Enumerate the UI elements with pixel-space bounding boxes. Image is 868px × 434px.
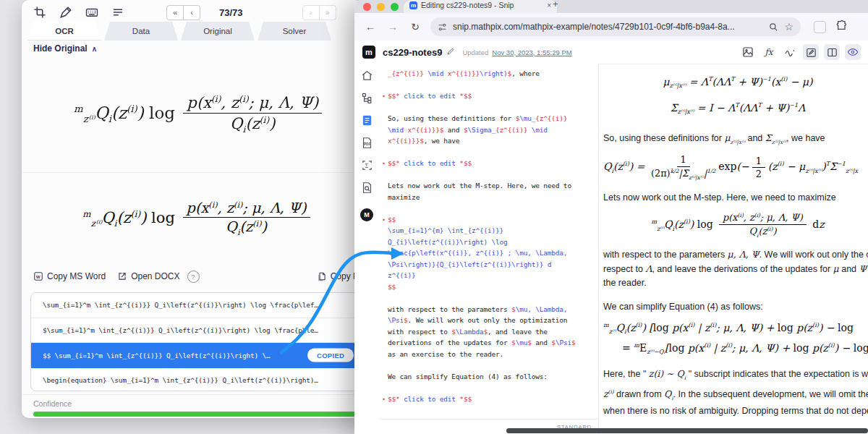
side-panel-icon[interactable]	[814, 21, 826, 33]
chrome-window: m Editing cs229-notes9 - Snip × + ← → ↻ …	[354, 0, 868, 434]
minimize-window-button[interactable]	[377, 3, 385, 11]
header-actions: ƒx	[740, 44, 861, 60]
pdf-icon[interactable]: PDF	[361, 137, 373, 149]
rename-icon[interactable]	[446, 46, 455, 59]
horizontal-scrollbar[interactable]	[506, 428, 868, 433]
latex-row[interactable]: $$ \sum_{i=1}^m \int_{z^{(i)}} Q_i\left(…	[31, 343, 358, 368]
preview-equation-simplify: mz⁽ⁱ⁾Qi(z(i)) [log p(x(i) | z(i); μ, Λ, …	[603, 321, 868, 355]
chevron-up-icon: ∧	[92, 45, 97, 53]
tab-data[interactable]: Data	[104, 22, 178, 41]
latex-row[interactable]: \sum_{i=1}^m \int_{z^{(i)}} Q_i\left(z^{…	[31, 293, 358, 318]
mathpix-snip-desktop-window: « ‹ 73/73 › » OCR Data Original Solver H…	[22, 0, 362, 418]
url-text: snip.mathpix.com/mathpix-example/notes/4…	[453, 22, 769, 32]
first-page-button[interactable]: «	[166, 5, 184, 20]
confidence-section: Confidence	[22, 394, 362, 417]
rendered-preview-pane: μz⁽ⁱ⁾|x⁽ⁱ⁾ = ΛT(ΛΛT + Ψ)−1(x(i) − μ) Σz⁽…	[599, 64, 868, 434]
extensions-icon[interactable]	[836, 20, 848, 34]
scribble-icon[interactable]	[782, 44, 798, 60]
browser-tab[interactable]: m Editing cs229-notes9 - Snip ×	[404, 0, 557, 13]
image-icon[interactable]	[740, 44, 756, 60]
snip-sigma-icon[interactable]: Σ	[361, 159, 373, 171]
word-doc-icon: W	[33, 271, 43, 281]
preview-equation-mu-sigma: μz⁽ⁱ⁾|x⁽ⁱ⁾ = ΛT(ΛΛT + Ψ)−1(x(i) − μ) Σz⁽…	[603, 69, 868, 122]
snip-document-header: m cs229-notes9 Updated Nov 30, 2023, 1:5…	[354, 41, 868, 64]
zoom-window-button[interactable]	[391, 3, 399, 11]
mathpix-favicon: m	[409, 1, 417, 9]
close-tab-icon[interactable]: ×	[547, 1, 551, 9]
preview-paragraph: Lets now work out the M-step. Here, we n…	[603, 191, 868, 205]
app-toolbar: « ‹ 73/73 › »	[22, 3, 362, 22]
preview-equation-qi: Qi(z(i)) = 1(2π)k/2|Σz⁽ⁱ⁾|x⁽ⁱ⁾|1/2exp(−1…	[603, 154, 868, 181]
screenshot-crop-icon[interactable]	[32, 4, 48, 20]
svg-text:Σ: Σ	[365, 163, 368, 169]
home-icon[interactable]	[361, 69, 373, 82]
address-bar[interactable]: snip.mathpix.com/mathpix-example/notes/4…	[430, 17, 801, 36]
latex-row[interactable]: \begin{equation} \sum_{i=1}^m \int_{z^{(…	[31, 368, 358, 391]
hide-original-toggle[interactable]: Hide Original ∧	[33, 43, 97, 54]
rendered-formula: mz⁽ⁱ⁾Qi(z(i)) log p(x(i), z(i); μ, Λ, Ψ)…	[82, 200, 313, 237]
svg-text:PDF: PDF	[364, 142, 370, 146]
sidebar-rail: PDF Σ M	[354, 64, 379, 434]
preview-eye-icon[interactable]	[845, 44, 861, 60]
tree-icon[interactable]	[361, 92, 373, 104]
reload-button[interactable]: ↻	[409, 21, 422, 33]
preview-paragraph: We can simplify Equation (4) as follows:	[603, 300, 868, 314]
tab-original[interactable]: Original	[181, 22, 255, 41]
forward-button[interactable]: →	[386, 21, 399, 33]
result-tabs: OCR Data Original Solver	[27, 22, 334, 41]
export-actions-row: W Copy MS Word Open DOCX ? Copy PNG	[22, 266, 362, 286]
doc-search-icon[interactable]	[361, 182, 373, 194]
browser-toolbar: ← → ↻ snip.mathpix.com/mathpix-example/n…	[354, 13, 868, 41]
latex-row[interactable]: $\sum_{i=1}^m \int_{z^{(i)}} Q_i\left(z^…	[31, 318, 358, 344]
split-view-icon[interactable]	[824, 44, 840, 60]
next-page-button[interactable]: ›	[302, 5, 320, 20]
pen-icon[interactable]	[58, 4, 74, 20]
original-image-panel: mz⁽ⁱ⁾Qi(z(i)) log p(x(i), z(i); μ, Λ, Ψ)…	[22, 58, 362, 171]
tab-solver[interactable]: Solver	[258, 22, 331, 41]
copy-page-icon	[317, 271, 327, 281]
browser-tab-strip: m Editing cs229-notes9 - Snip × +	[354, 0, 868, 13]
page-nav-forward-group: › »	[302, 5, 336, 20]
markdown-editor-pane[interactable]: _{z^{(i)} \mid x^{(i)}}\right)$, where▸$…	[379, 64, 598, 434]
open-docx-button[interactable]: Open DOCX	[117, 271, 179, 281]
keyboard-icon[interactable]	[84, 4, 100, 20]
editor-lines: _{z^{(i)} \mid x^{(i)}}\right)$, where▸$…	[380, 68, 597, 404]
last-page-button[interactable]: »	[320, 5, 336, 20]
window-controls	[363, 3, 399, 11]
copied-badge: COPIED	[307, 349, 354, 362]
site-settings-icon	[438, 22, 447, 32]
copy-ms-word-button[interactable]: W Copy MS Word	[33, 271, 106, 281]
updated-date-link[interactable]: Nov 30, 2023, 1:55:29 PM	[492, 48, 571, 56]
new-tab-button[interactable]: +	[553, 0, 558, 9]
document-title: cs229-notes9	[383, 47, 442, 58]
fx-icon[interactable]: ƒx	[761, 44, 777, 60]
confidence-label: Confidence	[33, 399, 362, 408]
prev-page-button[interactable]: ‹	[184, 5, 200, 20]
back-button[interactable]: ←	[364, 21, 377, 33]
rendered-preview-panel: mz⁽ⁱ⁾Qi(z(i)) log p(x(i), z(i); μ, Λ, Ψ)…	[22, 172, 362, 264]
page-counter: 73/73	[219, 7, 243, 18]
preview-paragraph: with respect to the parameters μ, Λ, Ψ. …	[603, 247, 868, 290]
svg-text:W: W	[36, 275, 41, 279]
tab-ocr[interactable]: OCR	[27, 22, 101, 41]
preview-paragraph: So, using these definitions for μz⁽ⁱ⁾|x⁽…	[603, 131, 868, 149]
mathpix-logo[interactable]: m	[362, 46, 375, 59]
tab-title: Editing cs229-notes9 - Snip	[421, 1, 542, 9]
close-window-button[interactable]	[363, 3, 371, 11]
preview-paragraph: Here, the " z(i) ∼ Qi " subscript indica…	[603, 367, 868, 418]
preview-equation-sum-int: mz⁽ⁱ⁾Qi(z(i)) log p(x(i), z(i); μ, Λ, Ψ)…	[603, 212, 868, 239]
original-formula: mz⁽ⁱ⁾Qi(z(i)) log p(x(i), z(i); μ, Λ, Ψ)…	[74, 93, 325, 135]
zoom-icon	[769, 22, 778, 32]
confidence-bar	[33, 412, 356, 417]
align-lines-icon[interactable]	[110, 4, 126, 20]
latex-format-list: \sum_{i=1}^m \int_{z^{(i)}} Q_i\left(z^{…	[30, 292, 359, 391]
help-button[interactable]: ?	[187, 271, 200, 283]
updated-label: Updated	[462, 48, 488, 56]
user-avatar[interactable]: M	[360, 208, 373, 221]
external-link-icon	[117, 271, 127, 281]
bookmark-star-icon[interactable]: ☆	[784, 21, 793, 33]
page-nav-back-group: « ‹	[166, 5, 200, 20]
notes-doc-icon[interactable]	[361, 114, 373, 127]
edit-mode-icon[interactable]	[803, 44, 819, 60]
